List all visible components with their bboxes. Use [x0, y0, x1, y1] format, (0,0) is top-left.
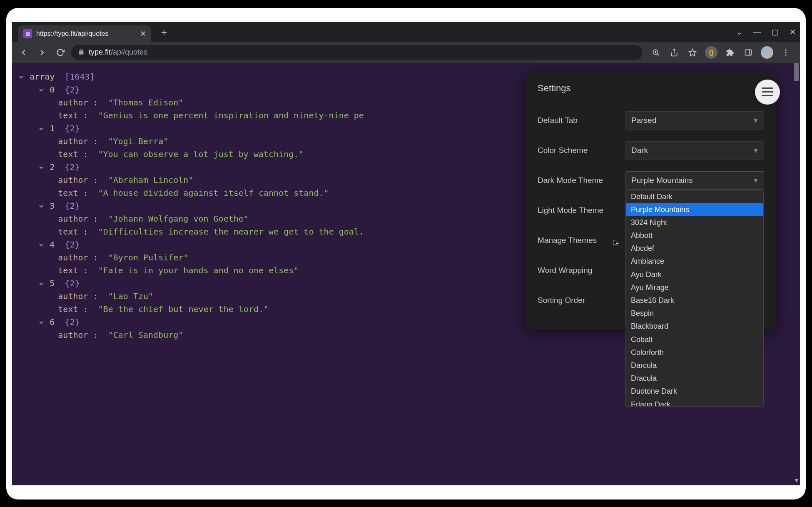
hamburger-menu-button[interactable] [755, 80, 780, 105]
settings-title: Settings [538, 83, 764, 94]
forward-button[interactable] [35, 45, 50, 60]
window-controls: ⌄ — ▢ ✕ [736, 22, 796, 42]
collapse-icon[interactable] [18, 71, 25, 84]
toolbar-right: {} [646, 46, 796, 59]
color-scheme-select[interactable]: Dark ▾ [625, 141, 764, 160]
tab-search-icon[interactable]: ⌄ [736, 27, 742, 37]
setting-label: Dark Mode Theme [538, 176, 625, 185]
side-panel-icon[interactable] [742, 47, 754, 58]
setting-label: Word Wrapping [538, 266, 625, 275]
svg-marker-5 [689, 49, 696, 56]
setting-color-scheme: Color Scheme Dark ▾ [538, 135, 764, 165]
theme-option[interactable]: Dracula [626, 372, 763, 385]
browser-tab[interactable]: ▦ https://type.fit/api/quotes ✕ [18, 25, 151, 42]
dark-theme-select[interactable]: Purple Mountains ▾ Default DarkPurple Mo… [625, 171, 764, 190]
settings-panel: Settings Default Tab Parsed ▾ Color Sche… [526, 72, 776, 329]
svg-line-1 [657, 54, 659, 55]
select-value: Dark [631, 146, 648, 155]
theme-option[interactable]: Cobalt [626, 333, 763, 346]
collapse-icon[interactable] [38, 200, 45, 213]
url-input[interactable]: type.fit/api/quotes [71, 45, 643, 60]
address-bar: type.fit/api/quotes {} [12, 42, 800, 63]
setting-label: Sorting Order [538, 296, 625, 305]
setting-label: Light Mode Theme [538, 206, 625, 215]
default-tab-select[interactable]: Parsed ▾ [625, 111, 764, 130]
collapse-icon[interactable] [38, 84, 45, 97]
theme-option[interactable]: Abcdef [626, 242, 763, 255]
theme-option[interactable]: Ayu Dark [626, 268, 763, 281]
chevron-down-icon: ▾ [754, 115, 758, 125]
url-domain: type.fit [89, 48, 111, 56]
select-value: Parsed [631, 116, 656, 125]
maximize-icon[interactable]: ▢ [772, 27, 779, 37]
theme-option[interactable]: Purple Mountains [626, 203, 763, 216]
theme-option[interactable]: Base16 Dark [626, 294, 763, 307]
dark-theme-dropdown[interactable]: Default DarkPurple Mountains3024 NightAb… [625, 190, 764, 407]
new-tab-button[interactable]: + [157, 25, 171, 40]
scroll-down-arrow[interactable]: ▼ [793, 477, 800, 485]
tab-strip: ▦ https://type.fit/api/quotes ✕ + ⌄ — ▢ … [12, 22, 800, 42]
theme-option[interactable]: Default Dark [626, 190, 763, 203]
lock-icon [78, 48, 85, 57]
tab-favicon: ▦ [23, 29, 32, 38]
tab-close-icon[interactable]: ✕ [140, 29, 146, 38]
kebab-menu-icon[interactable] [780, 47, 792, 58]
extensions-icon[interactable] [724, 47, 736, 58]
back-button[interactable] [16, 45, 31, 60]
zoom-icon[interactable] [650, 47, 662, 58]
theme-option[interactable]: Erlang Dark [626, 398, 763, 407]
theme-option[interactable]: Darcula [626, 359, 763, 372]
scrollbar[interactable]: ▼ [793, 63, 800, 476]
theme-option[interactable]: Blackboard [626, 320, 763, 333]
collapse-icon[interactable] [38, 317, 45, 330]
reload-button[interactable] [53, 45, 68, 60]
svg-point-8 [785, 49, 786, 50]
theme-option[interactable]: Ayu Mirage [626, 281, 763, 294]
collapse-icon[interactable] [38, 162, 45, 175]
setting-label: Manage Themes [538, 236, 625, 245]
bookmark-star-icon[interactable] [687, 47, 698, 58]
select-value: Purple Mountains [631, 176, 693, 185]
theme-option[interactable]: Ambiance [626, 255, 763, 268]
svg-rect-6 [745, 50, 752, 55]
setting-default-tab: Default Tab Parsed ▾ [538, 105, 764, 135]
chevron-down-icon: ▾ [754, 145, 758, 155]
url-path: /api/quotes [111, 48, 147, 56]
theme-option[interactable]: Abbott [626, 229, 763, 242]
collapse-icon[interactable] [38, 278, 45, 291]
theme-option[interactable]: Bespin [626, 307, 763, 320]
collapse-icon[interactable] [38, 123, 45, 136]
scrollbar-thumb[interactable] [794, 63, 799, 81]
theme-option[interactable]: Duotone Dark [626, 385, 763, 398]
page-content: array [1643] 0 {2} author : "Thomas Edis… [12, 63, 800, 485]
setting-label: Default Tab [538, 116, 625, 125]
minimize-icon[interactable]: — [753, 27, 761, 36]
collapse-icon[interactable] [38, 239, 45, 252]
share-icon[interactable] [668, 47, 680, 58]
close-window-icon[interactable]: ✕ [790, 27, 796, 37]
theme-option[interactable]: 3024 Night [626, 216, 763, 229]
setting-dark-theme: Dark Mode Theme Purple Mountains ▾ Defau… [538, 165, 764, 195]
chevron-down-icon: ▾ [754, 175, 758, 185]
tab-title: https://type.fit/api/quotes [36, 30, 108, 37]
svg-point-9 [785, 52, 786, 53]
profile-avatar[interactable] [761, 46, 773, 59]
theme-option[interactable]: Colorforth [626, 346, 763, 359]
json-extension-icon[interactable]: {} [705, 46, 717, 59]
setting-label: Color Scheme [538, 146, 625, 155]
svg-point-10 [785, 54, 786, 55]
